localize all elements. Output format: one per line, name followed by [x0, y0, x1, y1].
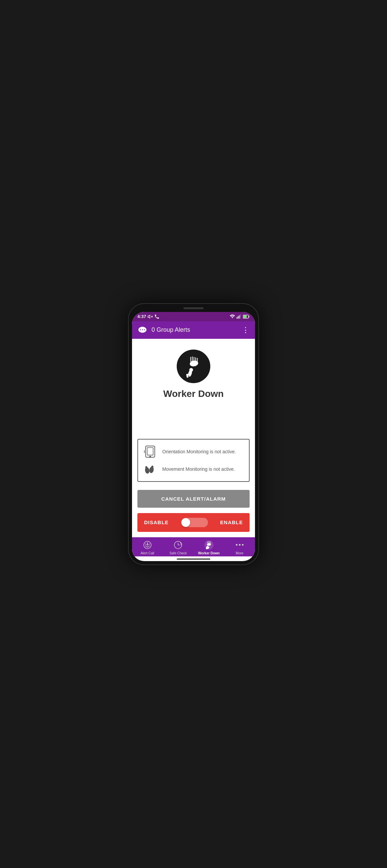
safe-check-icon: [174, 540, 182, 549]
svg-rect-4: [238, 316, 239, 318]
status-left: 4:37: [138, 314, 159, 319]
svg-point-12: [142, 329, 143, 330]
home-indicator: [177, 558, 210, 560]
three-dots-icon: [236, 544, 243, 546]
svg-rect-8: [249, 316, 249, 317]
svg-rect-6: [240, 314, 241, 319]
svg-point-13: [144, 329, 145, 330]
svg-rect-3: [237, 317, 237, 319]
phone-speaker: [183, 307, 204, 309]
app-bar-title: 0 Group Alerts: [151, 327, 190, 334]
battery-icon: [243, 314, 249, 319]
toggle-knob: [181, 518, 190, 527]
page-title: Worker Down: [163, 389, 224, 399]
movement-icon: [144, 462, 157, 476]
svg-rect-9: [243, 315, 246, 318]
nav-label-more: More: [236, 551, 243, 555]
svg-line-38: [149, 544, 150, 544]
nav-item-more[interactable]: More: [225, 540, 255, 555]
status-icons-right: [230, 314, 249, 319]
signal-icon: [236, 314, 242, 319]
svg-rect-5: [239, 315, 240, 319]
status-bar: 4:37: [132, 312, 255, 321]
chat-icon: [138, 325, 147, 335]
orientation-icon: [144, 445, 157, 458]
nav-label-worker-down: Worker Down: [198, 551, 220, 555]
nav-icon-more: [235, 540, 244, 550]
alert-call-icon: [143, 540, 152, 549]
svg-marker-0: [148, 315, 150, 318]
svg-line-37: [145, 544, 146, 544]
app-bar: 0 Group Alerts ⋮: [132, 321, 255, 339]
status-time: 4:37: [138, 314, 146, 319]
worker-down-icon: [177, 349, 210, 383]
nav-icon-alert-call: [143, 540, 152, 550]
worker-down-nav-icon: [204, 540, 214, 550]
main-content: Worker Down Orientation Monitoring is no…: [132, 339, 255, 537]
movement-monitoring-row: Movement Monitoring is not active.: [144, 462, 243, 476]
mute-icon: [147, 314, 153, 319]
orientation-monitoring-row: Orientation Monitoring is not active.: [144, 445, 243, 458]
wifi-icon: [230, 314, 235, 319]
cancel-alert-button[interactable]: CANCEL ALERT/ALARM: [138, 490, 249, 508]
bottom-nav: Alert Call Safe Check: [132, 537, 255, 556]
nav-label-alert-call: Alert Call: [141, 551, 154, 555]
nav-item-alert-call[interactable]: Alert Call: [132, 540, 163, 555]
more-vert-icon[interactable]: ⋮: [242, 326, 249, 335]
nav-icon-safe-check: [173, 540, 183, 550]
enable-label: ENABLE: [220, 520, 243, 525]
nav-label-safe-check: Safe Check: [169, 551, 187, 555]
nav-icon-worker-down: [204, 540, 214, 550]
phone-icon: [154, 314, 159, 319]
svg-point-11: [140, 329, 141, 330]
worker-figure-svg: [182, 354, 205, 378]
toggle-switch[interactable]: [181, 518, 208, 527]
worker-icon-container: [177, 349, 210, 383]
orientation-text: Orientation Monitoring is not active.: [162, 449, 236, 454]
movement-text: Movement Monitoring is not active.: [162, 466, 235, 472]
svg-rect-30: [147, 447, 153, 455]
phone-frame: 4:37: [128, 303, 259, 565]
app-bar-left: 0 Group Alerts: [138, 325, 190, 335]
nav-item-safe-check[interactable]: Safe Check: [163, 540, 194, 555]
nav-item-worker-down[interactable]: Worker Down: [194, 540, 225, 555]
svg-rect-22: [194, 360, 195, 364]
disable-label: DISABLE: [144, 520, 169, 525]
svg-point-31: [149, 456, 150, 457]
toggle-row: DISABLE ENABLE: [138, 513, 249, 532]
monitoring-box: Orientation Monitoring is not active. Mo…: [138, 439, 249, 482]
phone-screen: 4:37: [132, 312, 255, 561]
